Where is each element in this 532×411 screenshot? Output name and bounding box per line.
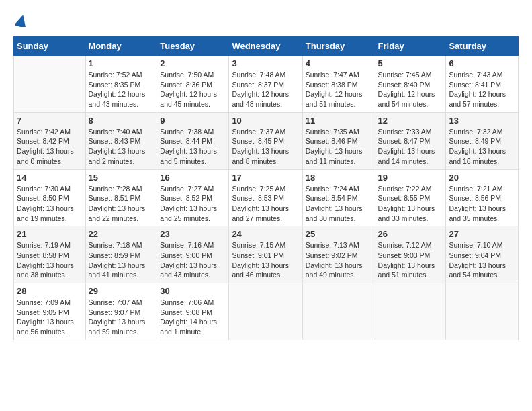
day-info: Sunrise: 7:50 AM Sunset: 8:36 PM Dayligh… bbox=[160, 70, 226, 109]
day-info: Sunrise: 7:24 AM Sunset: 8:54 PM Dayligh… bbox=[306, 184, 372, 224]
day-cell: 26Sunrise: 7:12 AM Sunset: 9:03 PM Dayli… bbox=[375, 226, 446, 283]
day-number: 3 bbox=[232, 58, 299, 68]
day-info: Sunrise: 7:09 AM Sunset: 9:05 PM Dayligh… bbox=[17, 298, 83, 337]
day-cell: 7Sunrise: 7:42 AM Sunset: 8:42 PM Daylig… bbox=[14, 112, 86, 169]
day-number: 23 bbox=[160, 229, 226, 239]
header-row: Sunday Monday Tuesday Wednesday Thursday… bbox=[14, 37, 519, 56]
day-info: Sunrise: 7:25 AM Sunset: 8:53 PM Dayligh… bbox=[232, 184, 299, 224]
day-number: 16 bbox=[160, 173, 226, 183]
day-info: Sunrise: 7:30 AM Sunset: 8:50 PM Dayligh… bbox=[17, 184, 83, 224]
day-number: 29 bbox=[89, 286, 154, 296]
day-cell: 27Sunrise: 7:10 AM Sunset: 9:04 PM Dayli… bbox=[446, 226, 519, 283]
day-info: Sunrise: 7:22 AM Sunset: 8:55 PM Dayligh… bbox=[378, 184, 443, 224]
day-info: Sunrise: 7:37 AM Sunset: 8:45 PM Dayligh… bbox=[232, 127, 299, 167]
logo bbox=[13, 13, 28, 30]
day-info: Sunrise: 7:27 AM Sunset: 8:52 PM Dayligh… bbox=[160, 184, 226, 224]
day-number: 27 bbox=[449, 229, 515, 239]
day-number: 9 bbox=[160, 116, 226, 126]
day-cell: 2Sunrise: 7:50 AM Sunset: 8:36 PM Daylig… bbox=[157, 56, 229, 113]
day-cell: 5Sunrise: 7:45 AM Sunset: 8:40 PM Daylig… bbox=[375, 56, 446, 113]
day-number: 18 bbox=[306, 173, 372, 183]
day-info: Sunrise: 7:45 AM Sunset: 8:40 PM Dayligh… bbox=[378, 70, 443, 109]
day-info: Sunrise: 7:12 AM Sunset: 9:03 PM Dayligh… bbox=[378, 240, 443, 280]
day-number: 11 bbox=[306, 116, 372, 126]
calendar-table: Sunday Monday Tuesday Wednesday Thursday… bbox=[13, 36, 519, 340]
day-info: Sunrise: 7:19 AM Sunset: 8:58 PM Dayligh… bbox=[17, 240, 83, 280]
day-cell: 6Sunrise: 7:43 AM Sunset: 8:41 PM Daylig… bbox=[446, 56, 519, 113]
day-cell: 21Sunrise: 7:19 AM Sunset: 8:58 PM Dayli… bbox=[14, 226, 86, 283]
day-number: 20 bbox=[449, 173, 515, 183]
day-info: Sunrise: 7:28 AM Sunset: 8:51 PM Dayligh… bbox=[89, 184, 154, 224]
day-number: 15 bbox=[89, 173, 154, 183]
day-cell: 13Sunrise: 7:32 AM Sunset: 8:49 PM Dayli… bbox=[446, 112, 519, 169]
col-monday: Monday bbox=[85, 37, 157, 56]
day-info: Sunrise: 7:32 AM Sunset: 8:49 PM Dayligh… bbox=[449, 127, 515, 167]
day-cell: 17Sunrise: 7:25 AM Sunset: 8:53 PM Dayli… bbox=[229, 169, 302, 226]
day-number: 30 bbox=[160, 286, 226, 296]
day-cell: 1Sunrise: 7:52 AM Sunset: 8:35 PM Daylig… bbox=[85, 56, 157, 113]
day-info: Sunrise: 7:18 AM Sunset: 8:59 PM Dayligh… bbox=[89, 240, 154, 280]
day-cell: 10Sunrise: 7:37 AM Sunset: 8:45 PM Dayli… bbox=[229, 112, 302, 169]
day-cell: 8Sunrise: 7:40 AM Sunset: 8:43 PM Daylig… bbox=[85, 112, 157, 169]
day-cell: 30Sunrise: 7:06 AM Sunset: 9:08 PM Dayli… bbox=[157, 283, 229, 340]
day-number: 17 bbox=[232, 173, 299, 183]
day-info: Sunrise: 7:40 AM Sunset: 8:43 PM Dayligh… bbox=[89, 127, 154, 167]
day-cell: 12Sunrise: 7:33 AM Sunset: 8:47 PM Dayli… bbox=[375, 112, 446, 169]
day-number: 21 bbox=[17, 229, 83, 239]
day-info: Sunrise: 7:48 AM Sunset: 8:37 PM Dayligh… bbox=[232, 70, 299, 109]
day-number: 7 bbox=[17, 116, 83, 126]
day-info: Sunrise: 7:13 AM Sunset: 9:02 PM Dayligh… bbox=[306, 240, 372, 280]
day-info: Sunrise: 7:35 AM Sunset: 8:46 PM Dayligh… bbox=[306, 127, 372, 167]
day-cell: 11Sunrise: 7:35 AM Sunset: 8:46 PM Dayli… bbox=[302, 112, 375, 169]
day-cell bbox=[302, 283, 375, 340]
day-number: 14 bbox=[17, 173, 83, 183]
day-number: 24 bbox=[232, 229, 299, 239]
svg-marker-0 bbox=[15, 15, 28, 27]
day-cell: 3Sunrise: 7:48 AM Sunset: 8:37 PM Daylig… bbox=[229, 56, 302, 113]
col-sunday: Sunday bbox=[14, 37, 86, 56]
day-cell: 29Sunrise: 7:07 AM Sunset: 9:07 PM Dayli… bbox=[85, 283, 157, 340]
col-tuesday: Tuesday bbox=[157, 37, 229, 56]
day-info: Sunrise: 7:43 AM Sunset: 8:41 PM Dayligh… bbox=[449, 70, 515, 109]
day-cell: 9Sunrise: 7:38 AM Sunset: 8:44 PM Daylig… bbox=[157, 112, 229, 169]
day-info: Sunrise: 7:07 AM Sunset: 9:07 PM Dayligh… bbox=[89, 298, 154, 337]
day-number: 1 bbox=[89, 58, 154, 68]
week-row-2: 7Sunrise: 7:42 AM Sunset: 8:42 PM Daylig… bbox=[14, 112, 519, 169]
day-number: 2 bbox=[160, 58, 226, 68]
day-number: 19 bbox=[378, 173, 443, 183]
day-number: 5 bbox=[378, 58, 443, 68]
day-info: Sunrise: 7:47 AM Sunset: 8:38 PM Dayligh… bbox=[306, 70, 372, 109]
day-cell bbox=[229, 283, 302, 340]
day-info: Sunrise: 7:15 AM Sunset: 9:01 PM Dayligh… bbox=[232, 240, 299, 280]
day-cell: 15Sunrise: 7:28 AM Sunset: 8:51 PM Dayli… bbox=[85, 169, 157, 226]
day-cell: 19Sunrise: 7:22 AM Sunset: 8:55 PM Dayli… bbox=[375, 169, 446, 226]
calendar-body: 1Sunrise: 7:52 AM Sunset: 8:35 PM Daylig… bbox=[14, 56, 519, 340]
day-cell: 23Sunrise: 7:16 AM Sunset: 9:00 PM Dayli… bbox=[157, 226, 229, 283]
day-cell: 18Sunrise: 7:24 AM Sunset: 8:54 PM Dayli… bbox=[302, 169, 375, 226]
day-info: Sunrise: 7:06 AM Sunset: 9:08 PM Dayligh… bbox=[160, 298, 226, 337]
week-row-5: 28Sunrise: 7:09 AM Sunset: 9:05 PM Dayli… bbox=[14, 283, 519, 340]
week-row-4: 21Sunrise: 7:19 AM Sunset: 8:58 PM Dayli… bbox=[14, 226, 519, 283]
day-info: Sunrise: 7:42 AM Sunset: 8:42 PM Dayligh… bbox=[17, 127, 83, 167]
day-number: 28 bbox=[17, 286, 83, 296]
day-info: Sunrise: 7:16 AM Sunset: 9:00 PM Dayligh… bbox=[160, 240, 226, 280]
day-cell: 14Sunrise: 7:30 AM Sunset: 8:50 PM Dayli… bbox=[14, 169, 86, 226]
week-row-1: 1Sunrise: 7:52 AM Sunset: 8:35 PM Daylig… bbox=[14, 56, 519, 113]
day-cell bbox=[14, 56, 86, 113]
col-wednesday: Wednesday bbox=[229, 37, 302, 56]
page-header bbox=[13, 13, 519, 30]
day-number: 6 bbox=[449, 58, 515, 68]
day-number: 12 bbox=[378, 116, 443, 126]
day-cell: 28Sunrise: 7:09 AM Sunset: 9:05 PM Dayli… bbox=[14, 283, 86, 340]
day-cell: 24Sunrise: 7:15 AM Sunset: 9:01 PM Dayli… bbox=[229, 226, 302, 283]
logo-icon bbox=[15, 15, 28, 27]
day-info: Sunrise: 7:10 AM Sunset: 9:04 PM Dayligh… bbox=[449, 240, 515, 280]
week-row-3: 14Sunrise: 7:30 AM Sunset: 8:50 PM Dayli… bbox=[14, 169, 519, 226]
day-number: 10 bbox=[232, 116, 299, 126]
day-info: Sunrise: 7:52 AM Sunset: 8:35 PM Dayligh… bbox=[89, 70, 154, 109]
col-friday: Friday bbox=[375, 37, 446, 56]
day-cell: 25Sunrise: 7:13 AM Sunset: 9:02 PM Dayli… bbox=[302, 226, 375, 283]
day-number: 26 bbox=[378, 229, 443, 239]
day-cell bbox=[446, 283, 519, 340]
col-thursday: Thursday bbox=[302, 37, 375, 56]
